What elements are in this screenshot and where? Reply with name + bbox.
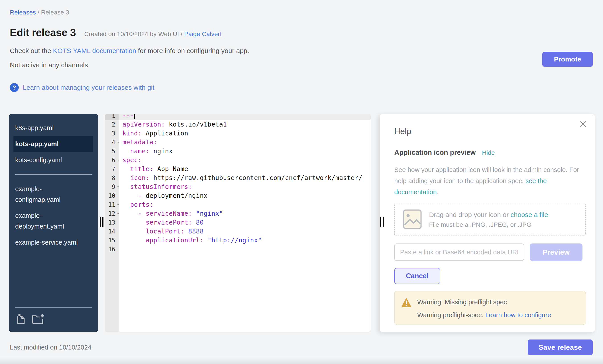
dropzone-text: Drag and drop your icon or choose a file… — [429, 211, 548, 228]
code-text: apiVersion: kots.io/v1beta1 — [119, 120, 371, 129]
created-text: Created on 10/10/2024 by Web UI / — [84, 31, 182, 37]
description-suffix: . — [437, 188, 439, 196]
line-number: 13 — [105, 218, 119, 227]
code-line[interactable]: 5 name: nginx — [105, 147, 371, 156]
new-folder-icon[interactable] — [32, 313, 45, 326]
code-line[interactable]: 13 servicePort: 80 — [105, 218, 371, 227]
cancel-button[interactable]: Cancel — [394, 268, 440, 284]
yaml-editor[interactable]: 1---2apiVersion: kots.io/v1beta13kind: A… — [105, 114, 371, 332]
dropzone-main-text: Drag and drop your icon or — [429, 211, 510, 218]
line-number: 4▾ — [105, 138, 119, 147]
file-item[interactable]: kots-app.yaml — [13, 136, 93, 152]
breadcrumb-releases-link[interactable]: Releases — [10, 9, 36, 16]
icon-dropzone[interactable]: Drag and drop your icon or choose a file… — [394, 204, 586, 235]
file-group-divider — [15, 174, 92, 175]
icon-preview-description: See how your application icon will look … — [394, 164, 584, 198]
code-text: applicationUrl: "http://nginx" — [119, 236, 371, 245]
file-item[interactable]: example-configmap.yaml — [13, 181, 93, 208]
code-line[interactable]: 1--- — [105, 114, 371, 120]
icon-preview-section-title: Application icon preview — [394, 149, 476, 157]
code-line[interactable]: 10 - deployment/nginx — [105, 191, 371, 200]
file-item[interactable]: kots-config.yaml — [13, 152, 93, 168]
image-placeholder-icon — [403, 209, 422, 231]
code-text: icon: https://raw.githubusercontent.com/… — [119, 174, 371, 182]
line-number: 6▾ — [105, 156, 119, 165]
code-text: statusInformers: — [119, 182, 371, 191]
help-panel: Help Application icon preview Hide See h… — [380, 114, 595, 332]
warning-body-text: Warning preflight-spec. — [417, 311, 485, 319]
gutter-filler — [105, 254, 119, 332]
configure-preflight-link[interactable]: Learn how to configure — [485, 311, 551, 319]
line-number: 14 — [105, 227, 119, 236]
line-number: 1 — [105, 114, 119, 120]
code-line[interactable]: 3kind: Application — [105, 129, 371, 138]
code-line[interactable]: 12▾ - serviceName: "nginx" — [105, 209, 371, 218]
created-info: Created on 10/10/2024 by Web UI / Paige … — [84, 31, 222, 38]
page-title: Edit release 3 — [10, 26, 76, 39]
line-number: 9▾ — [105, 182, 119, 191]
code-text: name: nginx — [119, 147, 371, 156]
line-number: 2 — [105, 120, 119, 129]
file-item[interactable]: example-service.yaml — [13, 234, 93, 250]
file-item[interactable]: k8s-app.yaml — [13, 120, 93, 136]
icon-url-input[interactable] — [394, 243, 524, 261]
code-text: kind: Application — [119, 129, 371, 138]
code-text: localPort: 8888 — [119, 227, 371, 236]
created-by-link[interactable]: Paige Calvert — [184, 31, 222, 37]
fold-icon[interactable]: ▾ — [117, 138, 119, 147]
code-line[interactable]: 4▾metadata: — [105, 138, 371, 147]
code-line[interactable]: 11▾ ports: — [105, 200, 371, 209]
close-icon[interactable] — [579, 120, 587, 129]
description-text: See how your application icon will look … — [394, 166, 579, 185]
code-text: servicePort: 80 — [119, 218, 371, 227]
line-number: 10 — [105, 191, 119, 200]
sidebar-bottom-divider — [15, 308, 92, 308]
promote-button[interactable]: Promote — [542, 52, 593, 67]
code-empty — [119, 254, 371, 332]
new-file-icon[interactable] — [16, 313, 26, 326]
hide-link[interactable]: Hide — [482, 149, 495, 156]
save-release-button[interactable]: Save release — [528, 340, 593, 355]
sidebar-resize-handle[interactable] — [100, 217, 104, 227]
code-line[interactable]: 2apiVersion: kots.io/v1beta1 — [105, 120, 371, 129]
line-number: 8 — [105, 174, 119, 182]
help-panel-resize-handle[interactable] — [380, 217, 384, 227]
fold-icon[interactable]: ▾ — [117, 200, 119, 209]
code-text: --- — [119, 114, 371, 120]
code-line[interactable]: 15 applicationUrl: "http://nginx" — [105, 236, 371, 245]
sidebar-bottom — [9, 308, 98, 332]
fold-icon[interactable]: ▾ — [117, 156, 119, 165]
docs-hint-prefix: Check out the — [10, 47, 53, 54]
code-line[interactable]: 16 — [105, 245, 371, 254]
git-releases-help-link[interactable]: Learn about managing your releases with … — [23, 84, 154, 91]
preflight-warning: Warning: Missing preflight spec Warning … — [394, 291, 586, 325]
code-line[interactable]: 14 localPort: 8888 — [105, 227, 371, 236]
channel-status: Not active in any channels — [10, 61, 593, 69]
code-line[interactable]: 9▾ statusInformers: — [105, 182, 371, 191]
code-line[interactable]: 6▾spec: — [105, 156, 371, 165]
release-editor-workspace: k8s-app.yamlkots-app.yamlkots-config.yam… — [0, 114, 603, 332]
editor-empty-area[interactable] — [105, 254, 371, 332]
kots-yaml-docs-link[interactable]: KOTS YAML documentation — [53, 47, 136, 54]
code-text: ports: — [119, 200, 371, 209]
line-number: 7 — [105, 165, 119, 174]
file-item[interactable]: example-deployment.yaml — [13, 208, 93, 234]
code-line[interactable]: 7 title: App Name — [105, 165, 371, 174]
line-number: 5 — [105, 147, 119, 156]
fold-icon[interactable]: ▾ — [117, 209, 119, 218]
code-text: - serviceName: "nginx" — [119, 209, 371, 218]
file-sidebar: k8s-app.yamlkots-app.yamlkots-config.yam… — [9, 114, 98, 332]
file-list: k8s-app.yamlkots-app.yamlkots-config.yam… — [9, 114, 98, 250]
docs-hint: Check out the KOTS YAML documentation fo… — [10, 47, 593, 55]
docs-hint-suffix: for more info on configuring your app. — [136, 47, 249, 54]
warning-triangle-icon — [401, 297, 411, 319]
breadcrumb: Releases / Release 3 — [10, 9, 593, 16]
line-number: 15 — [105, 236, 119, 245]
code-line[interactable]: 8 icon: https://raw.githubusercontent.co… — [105, 174, 371, 182]
fold-icon[interactable]: ▾ — [117, 182, 119, 191]
line-number: 11▾ — [105, 200, 119, 209]
choose-file-link[interactable]: choose a file — [510, 211, 548, 218]
breadcrumb-separator: / — [38, 9, 39, 16]
question-mark-icon: ? — [10, 83, 19, 92]
preview-button[interactable]: Preview — [530, 243, 582, 261]
